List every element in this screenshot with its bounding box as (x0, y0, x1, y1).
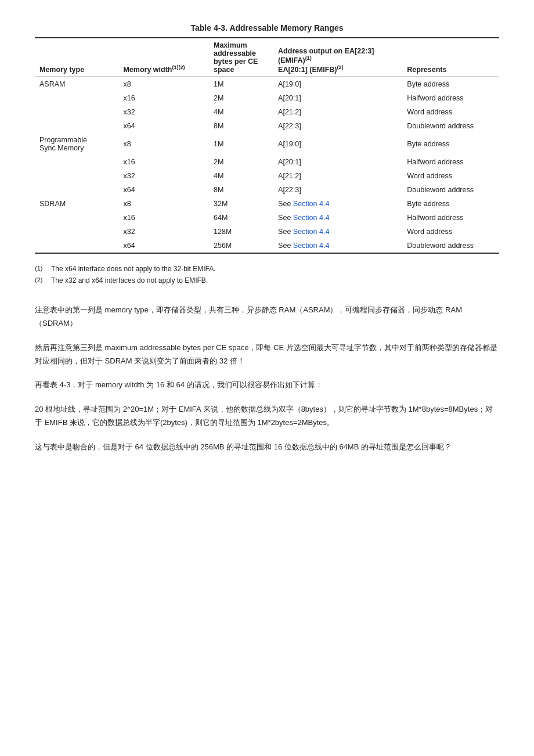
section-link[interactable]: Section 4.4 (293, 228, 330, 236)
cell-memory-type (35, 239, 118, 253)
cell-addr-output: A[19:0] (273, 77, 402, 92)
cell-memory-width: x64 (118, 183, 209, 197)
section-link[interactable]: Section 4.4 (293, 242, 330, 250)
header-represents: Represents (402, 38, 499, 77)
table-row: ProgrammableSync Memoryx81MA[19:0]Byte a… (35, 133, 499, 155)
table-row: ASRAMx81MA[19:0]Byte address (35, 77, 499, 92)
footnote-number: (2) (35, 275, 48, 286)
cell-max-addr: 4M (209, 105, 273, 119)
body-paragraph: 然后再注意第三列是 maximum addressable bytes per … (35, 341, 499, 368)
footnote-text: The x32 and x64 interfaces do not apply … (51, 275, 208, 286)
footnote-text: The x64 interface does not apply to the … (51, 263, 216, 275)
cell-max-addr: 8M (209, 119, 273, 133)
section-link[interactable]: Section 4.4 (293, 200, 330, 208)
cell-memory-width: x8 (118, 77, 209, 92)
cell-max-addr: 32M (209, 197, 273, 211)
cell-memory-type (35, 169, 118, 183)
cell-max-addr: 4M (209, 169, 273, 183)
header-max-addr: Maximum addressable bytes per CE space (209, 38, 273, 77)
table-header-row: Memory type Memory width(1)(2) Maximum a… (35, 38, 499, 77)
cell-represents: Byte address (402, 197, 499, 211)
cell-represents: Byte address (402, 133, 499, 155)
cell-max-addr: 2M (209, 91, 273, 105)
cell-memory-width: x64 (118, 119, 209, 133)
cell-max-addr: 128M (209, 225, 273, 239)
cell-memory-type (35, 105, 118, 119)
cell-memory-width: x32 (118, 225, 209, 239)
cell-represents: Word address (402, 169, 499, 183)
table-row: x648MA[22:3]Doubleword address (35, 183, 499, 197)
cell-addr-output: A[20:1] (273, 155, 402, 169)
body-paragraph: 这与表中是吻合的，但是对于 64 位数据总线中的 256MB 的寻址范围和 16… (35, 440, 499, 453)
cell-memory-width: x64 (118, 239, 209, 253)
cell-represents: Halfword address (402, 155, 499, 169)
cell-memory-width: x16 (118, 211, 209, 225)
cell-memory-type (35, 155, 118, 169)
cell-memory-type (35, 91, 118, 105)
cell-addr-output: A[19:0] (273, 133, 402, 155)
footnote-number: (1) (35, 263, 48, 275)
cell-addr-output[interactable]: See Section 4.4 (273, 225, 402, 239)
cell-memory-width: x16 (118, 91, 209, 105)
footnote: (2)The x32 and x64 interfaces do not app… (35, 275, 499, 286)
cell-represents: Byte address (402, 77, 499, 92)
cell-addr-output: A[22:3] (273, 119, 402, 133)
cell-max-addr: 64M (209, 211, 273, 225)
cell-memory-type: SDRAM (35, 197, 118, 211)
cell-addr-output: A[21:2] (273, 105, 402, 119)
cell-represents: Doubleword address (402, 183, 499, 197)
cell-max-addr: 1M (209, 133, 273, 155)
cell-memory-width: x32 (118, 105, 209, 119)
header-memory-type: Memory type (35, 38, 118, 77)
cell-memory-type: ASRAM (35, 77, 118, 92)
cell-represents: Word address (402, 105, 499, 119)
footnotes: (1)The x64 interface does not apply to t… (35, 263, 499, 287)
cell-represents: Word address (402, 225, 499, 239)
cell-max-addr: 1M (209, 77, 273, 92)
table-row: x648MA[22:3]Doubleword address (35, 119, 499, 133)
cell-memory-width: x8 (118, 197, 209, 211)
cell-addr-output: A[20:1] (273, 91, 402, 105)
cell-represents: Doubleword address (402, 239, 499, 253)
cell-memory-type (35, 183, 118, 197)
cell-memory-type (35, 225, 118, 239)
body-text: 注意表中的第一列是 memory type，即存储器类型，共有三种，异步静态 R… (35, 303, 499, 453)
cell-max-addr: 2M (209, 155, 273, 169)
cell-represents: Halfword address (402, 91, 499, 105)
cell-represents: Doubleword address (402, 119, 499, 133)
body-paragraph: 再看表 4-3，对于 memory witdth 为 16 和 64 的请况，我… (35, 378, 499, 391)
cell-represents: Halfword address (402, 211, 499, 225)
cell-addr-output[interactable]: See Section 4.4 (273, 239, 402, 253)
header-addr-output: Address output on EA[22:3] (EMIFA)(1) EA… (273, 38, 402, 77)
header-memory-width: Memory width(1)(2) (118, 38, 209, 77)
cell-memory-width: x32 (118, 169, 209, 183)
table-row: x64256MSee Section 4.4Doubleword address (35, 239, 499, 253)
memory-ranges-table: Memory type Memory width(1)(2) Maximum a… (35, 37, 499, 254)
table-row: x324MA[21:2]Word address (35, 105, 499, 119)
body-paragraph: 注意表中的第一列是 memory type，即存储器类型，共有三种，异步静态 R… (35, 303, 499, 330)
section-link[interactable]: Section 4.4 (293, 214, 330, 222)
cell-memory-width: x8 (118, 133, 209, 155)
table-title: Table 4-3. Addressable Memory Ranges (35, 23, 499, 33)
table-row: x162MA[20:1]Halfword address (35, 155, 499, 169)
cell-addr-output[interactable]: See Section 4.4 (273, 197, 402, 211)
cell-max-addr: 8M (209, 183, 273, 197)
body-paragraph: 20 根地址线，寻址范围为 2^20=1M；对于 EMIFA 来说，他的数据总线… (35, 402, 499, 430)
cell-addr-output: A[21:2] (273, 169, 402, 183)
table-row: x1664MSee Section 4.4Halfword address (35, 211, 499, 225)
cell-memory-type (35, 211, 118, 225)
table-row: x324MA[21:2]Word address (35, 169, 499, 183)
cell-memory-width: x16 (118, 155, 209, 169)
cell-memory-type: ProgrammableSync Memory (35, 133, 118, 155)
table-row: SDRAMx832MSee Section 4.4Byte address (35, 197, 499, 211)
table-row: x32128MSee Section 4.4Word address (35, 225, 499, 239)
cell-addr-output: A[22:3] (273, 183, 402, 197)
table-row: x162MA[20:1]Halfword address (35, 91, 499, 105)
footnote: (1)The x64 interface does not apply to t… (35, 263, 499, 275)
cell-max-addr: 256M (209, 239, 273, 253)
cell-memory-type (35, 119, 118, 133)
cell-addr-output[interactable]: See Section 4.4 (273, 211, 402, 225)
